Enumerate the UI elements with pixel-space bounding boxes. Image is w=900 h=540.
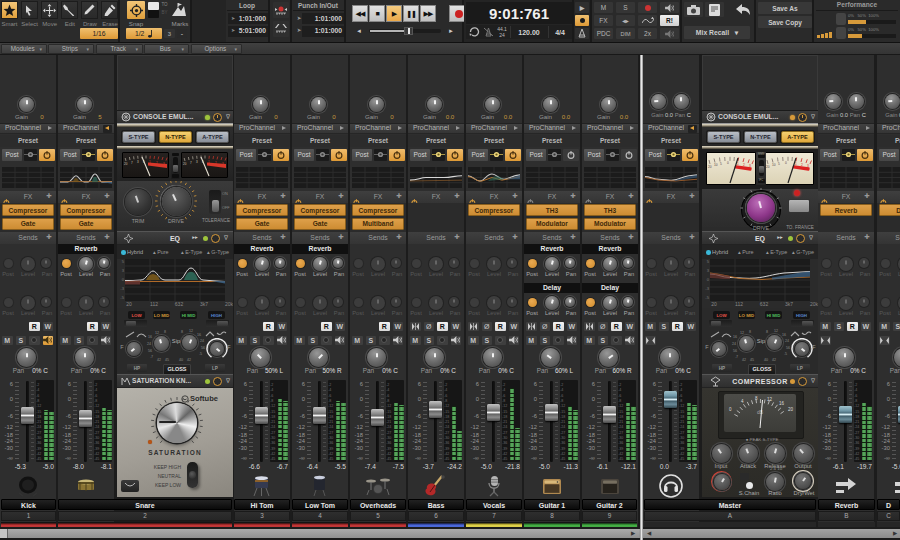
svg-text:-12: -12: [618, 404, 623, 408]
svg-text:-18: -18: [444, 415, 449, 419]
svg-text:-6: -6: [444, 394, 447, 398]
svg-text:-6: -6: [679, 394, 682, 398]
svg-text:-24: -24: [444, 425, 449, 429]
svg-text:-2: -2: [560, 383, 563, 387]
svg-text:-42: -42: [36, 452, 41, 456]
svg-text:-45: -45: [618, 457, 623, 460]
svg-text:-4: -4: [618, 388, 621, 392]
svg-text:-42: -42: [328, 452, 333, 456]
svg-text:-4: -4: [328, 388, 331, 392]
svg-text:-6: -6: [618, 394, 621, 398]
svg-text:-6: -6: [270, 394, 273, 398]
svg-text:-8: -8: [94, 399, 97, 403]
svg-text:-21: -21: [94, 420, 99, 424]
svg-text:-30: -30: [854, 436, 859, 440]
svg-text:-39: -39: [270, 447, 275, 451]
svg-text:0: 0: [785, 161, 787, 165]
svg-text:20: 20: [708, 165, 712, 169]
svg-text:-12: -12: [679, 404, 684, 408]
svg-text:-4: -4: [854, 388, 857, 392]
svg-text:-15: -15: [270, 410, 275, 414]
svg-text:-21: -21: [444, 420, 449, 424]
svg-text:-15: -15: [328, 410, 333, 414]
svg-text:-15: -15: [36, 410, 41, 414]
svg-text:-39: -39: [36, 447, 41, 451]
svg-text:-8: -8: [679, 399, 682, 403]
svg-text:-36: -36: [560, 441, 565, 445]
svg-text:-27: -27: [328, 431, 333, 435]
svg-text:-8: -8: [854, 399, 857, 403]
svg-text:-15: -15: [502, 410, 507, 414]
svg-text:-21: -21: [328, 420, 333, 424]
svg-text:-15: -15: [560, 410, 565, 414]
svg-text:-42: -42: [854, 452, 859, 456]
svg-text:-2: -2: [386, 383, 389, 387]
svg-text:3: 3: [196, 160, 198, 164]
svg-text:-2: -2: [618, 383, 621, 387]
svg-text:-6: -6: [560, 394, 563, 398]
svg-text:-2: -2: [679, 383, 682, 387]
svg-text:-27: -27: [36, 431, 41, 435]
svg-text:-36: -36: [502, 441, 507, 445]
svg-text:-4: -4: [444, 388, 447, 392]
svg-text:-2: -2: [328, 383, 331, 387]
svg-text:-27: -27: [560, 431, 565, 435]
svg-text:-45: -45: [270, 457, 275, 460]
svg-text:-30: -30: [270, 436, 275, 440]
svg-text:-12: -12: [444, 404, 449, 408]
svg-text:-6: -6: [502, 394, 505, 398]
svg-text:-18: -18: [94, 415, 99, 419]
svg-text:-12: -12: [94, 404, 99, 408]
svg-text:-24: -24: [560, 425, 565, 429]
svg-text:-2: -2: [94, 383, 97, 387]
svg-text:-30: -30: [328, 436, 333, 440]
svg-text:-8: -8: [618, 399, 621, 403]
svg-text:-24: -24: [854, 425, 859, 429]
svg-text:-12: -12: [502, 404, 507, 408]
svg-text:-39: -39: [618, 447, 623, 451]
svg-text:-21: -21: [618, 420, 623, 424]
svg-text:-6: -6: [386, 394, 389, 398]
svg-text:-45: -45: [386, 457, 391, 460]
svg-text:-12: -12: [36, 404, 41, 408]
svg-text:-30: -30: [444, 436, 449, 440]
svg-text:-2: -2: [444, 383, 447, 387]
svg-text:-45: -45: [328, 457, 333, 460]
svg-text:-36: -36: [328, 441, 333, 445]
svg-text:-42: -42: [679, 452, 684, 456]
svg-text:-4: -4: [386, 388, 389, 392]
svg-text:8: 8: [755, 396, 758, 401]
svg-text:-24: -24: [328, 425, 333, 429]
svg-text:-30: -30: [36, 436, 41, 440]
svg-text:-8: -8: [502, 399, 505, 403]
svg-text:-12: -12: [328, 404, 333, 408]
svg-text:-24: -24: [618, 425, 623, 429]
svg-text:-21: -21: [560, 420, 565, 424]
svg-text:-2: -2: [854, 383, 857, 387]
svg-text:-2: -2: [502, 383, 505, 387]
svg-text:7: 7: [190, 161, 192, 165]
svg-text:-21: -21: [502, 420, 507, 424]
svg-text:-45: -45: [94, 457, 99, 460]
svg-text:-42: -42: [94, 452, 99, 456]
svg-text:-39: -39: [679, 447, 684, 451]
svg-text:-18: -18: [618, 415, 623, 419]
svg-text:dB: dB: [757, 409, 764, 415]
svg-text:-2: -2: [270, 383, 273, 387]
svg-text:20: 20: [124, 162, 128, 166]
svg-text:10: 10: [714, 163, 718, 167]
svg-text:0: 0: [727, 161, 729, 165]
svg-text:-21: -21: [270, 420, 275, 424]
svg-text:-12: -12: [270, 404, 275, 408]
svg-text:-15: -15: [618, 410, 623, 414]
svg-text:-21: -21: [386, 420, 391, 424]
svg-text:-39: -39: [560, 447, 565, 451]
svg-text:-27: -27: [854, 431, 859, 435]
svg-text:-18: -18: [386, 415, 391, 419]
svg-text:-18: -18: [679, 415, 684, 419]
svg-text:-36: -36: [444, 441, 449, 445]
svg-text:-12: -12: [560, 404, 565, 408]
svg-text:-27: -27: [444, 431, 449, 435]
svg-text:-18: -18: [328, 415, 333, 419]
svg-text:-39: -39: [854, 447, 859, 451]
